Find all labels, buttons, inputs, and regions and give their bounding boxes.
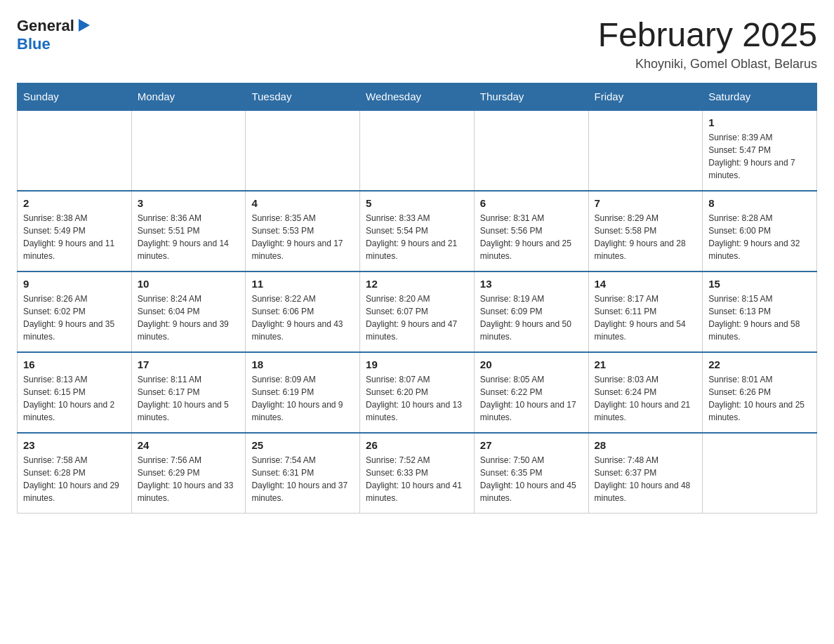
day-info: Sunrise: 8:26 AMSunset: 6:02 PMDaylight:… xyxy=(23,293,126,343)
calendar-day-cell xyxy=(474,110,588,191)
header-right: February 2025 Khoyniki, Gomel Oblast, Be… xyxy=(598,17,817,72)
day-info: Sunrise: 8:22 AMSunset: 6:06 PMDaylight:… xyxy=(251,293,354,343)
day-info: Sunrise: 7:50 AMSunset: 6:35 PMDaylight:… xyxy=(480,454,583,504)
calendar-day-cell: 24Sunrise: 7:56 AMSunset: 6:29 PMDayligh… xyxy=(131,433,246,514)
calendar-day-cell xyxy=(703,433,817,514)
calendar-day-cell: 14Sunrise: 8:17 AMSunset: 6:11 PMDayligh… xyxy=(588,271,703,352)
calendar-day-cell: 26Sunrise: 7:52 AMSunset: 6:33 PMDayligh… xyxy=(360,433,475,514)
calendar-header-row: SundayMondayTuesdayWednesdayThursdayFrid… xyxy=(18,83,817,110)
day-number: 4 xyxy=(251,197,354,209)
calendar-day-cell: 23Sunrise: 7:58 AMSunset: 6:28 PMDayligh… xyxy=(18,433,132,514)
calendar-day-cell: 5Sunrise: 8:33 AMSunset: 5:54 PMDaylight… xyxy=(360,191,475,271)
calendar-day-cell: 21Sunrise: 8:03 AMSunset: 6:24 PMDayligh… xyxy=(588,352,703,433)
day-number: 19 xyxy=(366,358,468,370)
logo: General Blue xyxy=(17,17,91,54)
day-number: 10 xyxy=(138,278,240,290)
day-info: Sunrise: 8:05 AMSunset: 6:22 PMDaylight:… xyxy=(480,373,583,424)
calendar-day-cell: 3Sunrise: 8:36 AMSunset: 5:51 PMDaylight… xyxy=(131,191,246,271)
day-info: Sunrise: 8:01 AMSunset: 6:26 PMDaylight:… xyxy=(708,373,811,424)
day-of-week-header: Thursday xyxy=(474,83,588,110)
day-info: Sunrise: 8:19 AMSunset: 6:09 PMDaylight:… xyxy=(480,293,583,343)
calendar-day-cell: 15Sunrise: 8:15 AMSunset: 6:13 PMDayligh… xyxy=(703,271,817,352)
calendar-day-cell: 13Sunrise: 8:19 AMSunset: 6:09 PMDayligh… xyxy=(474,271,588,352)
day-number: 17 xyxy=(138,358,240,370)
calendar-day-cell: 9Sunrise: 8:26 AMSunset: 6:02 PMDaylight… xyxy=(18,271,132,352)
calendar-day-cell: 4Sunrise: 8:35 AMSunset: 5:53 PMDaylight… xyxy=(246,191,360,271)
calendar-day-cell xyxy=(360,110,475,191)
calendar-day-cell: 11Sunrise: 8:22 AMSunset: 6:06 PMDayligh… xyxy=(246,271,360,352)
day-info: Sunrise: 7:52 AMSunset: 6:33 PMDaylight:… xyxy=(366,454,468,504)
calendar-day-cell: 20Sunrise: 8:05 AMSunset: 6:22 PMDayligh… xyxy=(474,352,588,433)
day-number: 6 xyxy=(480,197,583,209)
calendar-day-cell: 17Sunrise: 8:11 AMSunset: 6:17 PMDayligh… xyxy=(131,352,246,433)
calendar-day-cell xyxy=(131,110,246,191)
day-number: 1 xyxy=(708,116,811,128)
day-number: 18 xyxy=(251,358,354,370)
svg-marker-0 xyxy=(79,19,90,32)
calendar-day-cell: 12Sunrise: 8:20 AMSunset: 6:07 PMDayligh… xyxy=(360,271,475,352)
day-of-week-header: Sunday xyxy=(18,83,132,110)
day-number: 22 xyxy=(708,358,811,370)
day-number: 28 xyxy=(595,439,697,451)
day-info: Sunrise: 7:56 AMSunset: 6:29 PMDaylight:… xyxy=(138,454,240,504)
day-number: 7 xyxy=(595,197,697,209)
month-title: February 2025 xyxy=(598,17,817,54)
calendar-day-cell: 10Sunrise: 8:24 AMSunset: 6:04 PMDayligh… xyxy=(131,271,246,352)
day-info: Sunrise: 8:36 AMSunset: 5:51 PMDaylight:… xyxy=(138,212,240,262)
calendar-day-cell: 7Sunrise: 8:29 AMSunset: 5:58 PMDaylight… xyxy=(588,191,703,271)
calendar-day-cell: 18Sunrise: 8:09 AMSunset: 6:19 PMDayligh… xyxy=(246,352,360,433)
day-of-week-header: Saturday xyxy=(703,83,817,110)
day-info: Sunrise: 8:03 AMSunset: 6:24 PMDaylight:… xyxy=(595,373,697,424)
day-info: Sunrise: 8:28 AMSunset: 6:00 PMDaylight:… xyxy=(708,212,811,262)
day-info: Sunrise: 8:33 AMSunset: 5:54 PMDaylight:… xyxy=(366,212,468,262)
day-of-week-header: Monday xyxy=(131,83,246,110)
day-number: 9 xyxy=(23,278,126,290)
day-number: 12 xyxy=(366,278,468,290)
calendar-week-row: 2Sunrise: 8:38 AMSunset: 5:49 PMDaylight… xyxy=(18,191,817,271)
calendar-day-cell: 16Sunrise: 8:13 AMSunset: 6:15 PMDayligh… xyxy=(18,352,132,433)
page-header: General Blue February 2025 Khoyniki, Gom… xyxy=(17,17,817,72)
day-info: Sunrise: 8:11 AMSunset: 6:17 PMDaylight:… xyxy=(138,373,240,424)
day-of-week-header: Tuesday xyxy=(246,83,360,110)
day-number: 27 xyxy=(480,439,583,451)
calendar-day-cell: 22Sunrise: 8:01 AMSunset: 6:26 PMDayligh… xyxy=(703,352,817,433)
day-number: 3 xyxy=(138,197,240,209)
day-number: 8 xyxy=(708,197,811,209)
day-info: Sunrise: 8:17 AMSunset: 6:11 PMDaylight:… xyxy=(595,293,697,343)
day-number: 20 xyxy=(480,358,583,370)
calendar-day-cell xyxy=(588,110,703,191)
day-info: Sunrise: 7:48 AMSunset: 6:37 PMDaylight:… xyxy=(595,454,697,504)
day-info: Sunrise: 8:07 AMSunset: 6:20 PMDaylight:… xyxy=(366,373,468,424)
day-info: Sunrise: 8:39 AMSunset: 5:47 PMDaylight:… xyxy=(708,131,811,182)
day-info: Sunrise: 7:54 AMSunset: 6:31 PMDaylight:… xyxy=(251,454,354,504)
day-number: 25 xyxy=(251,439,354,451)
day-number: 11 xyxy=(251,278,354,290)
location: Khoyniki, Gomel Oblast, Belarus xyxy=(598,57,817,72)
calendar-day-cell xyxy=(18,110,132,191)
calendar-day-cell: 19Sunrise: 8:07 AMSunset: 6:20 PMDayligh… xyxy=(360,352,475,433)
calendar-week-row: 23Sunrise: 7:58 AMSunset: 6:28 PMDayligh… xyxy=(18,433,817,514)
day-info: Sunrise: 8:38 AMSunset: 5:49 PMDaylight:… xyxy=(23,212,126,262)
day-of-week-header: Friday xyxy=(588,83,703,110)
day-info: Sunrise: 7:58 AMSunset: 6:28 PMDaylight:… xyxy=(23,454,126,504)
day-info: Sunrise: 8:35 AMSunset: 5:53 PMDaylight:… xyxy=(251,212,354,262)
day-info: Sunrise: 8:13 AMSunset: 6:15 PMDaylight:… xyxy=(23,373,126,424)
logo-arrow-icon xyxy=(76,18,91,33)
day-info: Sunrise: 8:15 AMSunset: 6:13 PMDaylight:… xyxy=(708,293,811,343)
calendar-week-row: 1Sunrise: 8:39 AMSunset: 5:47 PMDaylight… xyxy=(18,110,817,191)
day-info: Sunrise: 8:29 AMSunset: 5:58 PMDaylight:… xyxy=(595,212,697,262)
logo-general: General xyxy=(17,17,74,35)
calendar-week-row: 16Sunrise: 8:13 AMSunset: 6:15 PMDayligh… xyxy=(18,352,817,433)
calendar-day-cell: 8Sunrise: 8:28 AMSunset: 6:00 PMDaylight… xyxy=(703,191,817,271)
logo-blue: Blue xyxy=(17,35,51,53)
calendar: SundayMondayTuesdayWednesdayThursdayFrid… xyxy=(17,83,817,514)
calendar-day-cell: 28Sunrise: 7:48 AMSunset: 6:37 PMDayligh… xyxy=(588,433,703,514)
calendar-day-cell xyxy=(246,110,360,191)
day-info: Sunrise: 8:31 AMSunset: 5:56 PMDaylight:… xyxy=(480,212,583,262)
calendar-week-row: 9Sunrise: 8:26 AMSunset: 6:02 PMDaylight… xyxy=(18,271,817,352)
day-number: 13 xyxy=(480,278,583,290)
day-number: 21 xyxy=(595,358,697,370)
calendar-day-cell: 2Sunrise: 8:38 AMSunset: 5:49 PMDaylight… xyxy=(18,191,132,271)
day-number: 5 xyxy=(366,197,468,209)
day-info: Sunrise: 8:09 AMSunset: 6:19 PMDaylight:… xyxy=(251,373,354,424)
